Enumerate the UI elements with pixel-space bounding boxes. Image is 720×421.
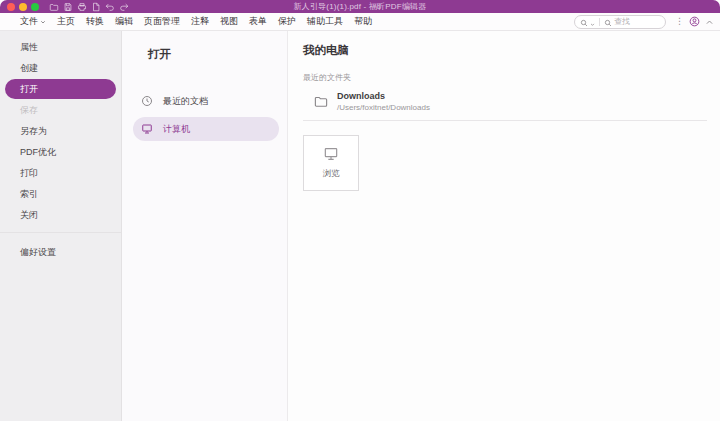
- open-location-list: 最近的文档 计算机: [122, 89, 287, 141]
- sidebar-item-print[interactable]: 打印: [0, 163, 121, 183]
- recent-folders-label: 最近的文件夹: [303, 72, 707, 83]
- menu-help[interactable]: 帮助: [354, 15, 372, 28]
- collapse-toolbar-icon[interactable]: [705, 13, 714, 31]
- separator-line: [303, 120, 707, 121]
- sidebar-divider: [0, 232, 121, 233]
- sidebar-item-create[interactable]: 创建: [0, 58, 121, 78]
- search-options-caret-icon[interactable]: [590, 13, 595, 31]
- close-window-button[interactable]: [7, 3, 15, 11]
- menu-form[interactable]: 表单: [249, 15, 267, 28]
- backstage-view: 属性 创建 打开 保存 另存为 PDF优化 打印 索引 关闭 偏好设置 打开 最…: [0, 31, 720, 421]
- menu-edit[interactable]: 编辑: [115, 15, 133, 28]
- sidebar-item-pdf-optimize[interactable]: PDF优化: [0, 142, 121, 162]
- folder-info: Downloads /Users/foxitnet/Downloads: [337, 91, 430, 112]
- chevron-down-icon: [40, 17, 46, 27]
- save-icon[interactable]: [63, 2, 73, 12]
- browse-button[interactable]: 浏览: [303, 135, 359, 191]
- backstage-sidebar: 属性 创建 打开 保存 另存为 PDF优化 打印 索引 关闭 偏好设置: [0, 31, 122, 421]
- sidebar-item-open[interactable]: 打开: [5, 79, 116, 99]
- menu-page-management[interactable]: 页面管理: [144, 15, 180, 28]
- open-panel: 打开 最近的文档 计算机: [122, 31, 288, 421]
- sidebar-item-close[interactable]: 关闭: [0, 205, 121, 225]
- list-item-computer[interactable]: 计算机: [133, 117, 279, 141]
- recent-folder-downloads[interactable]: Downloads /Users/foxitnet/Downloads: [303, 91, 707, 112]
- search-input[interactable]: 查找: [614, 16, 630, 27]
- app-window: 新人引导(1)(1).pdf - 福昕PDF编辑器 文件 主页 转换 编辑 页面…: [0, 0, 720, 421]
- traffic-lights: [0, 3, 39, 11]
- print-icon[interactable]: [77, 2, 87, 12]
- clock-icon: [141, 95, 153, 107]
- monitor-icon: [322, 146, 340, 162]
- sidebar-item-properties[interactable]: 属性: [0, 37, 121, 57]
- search-icon: [604, 13, 612, 31]
- undo-icon[interactable]: [105, 2, 115, 12]
- sidebar-item-save: 保存: [0, 100, 121, 120]
- menu-protect[interactable]: 保护: [278, 15, 296, 28]
- menubar-right: 查找 ⋮: [574, 13, 720, 31]
- menu-file[interactable]: 文件: [20, 15, 46, 28]
- folder-name: Downloads: [337, 91, 430, 101]
- quick-access-toolbar: [49, 2, 129, 12]
- redo-icon[interactable]: [119, 2, 129, 12]
- open-folder-icon[interactable]: [49, 2, 59, 12]
- account-icon[interactable]: [689, 13, 700, 31]
- computer-icon: [141, 123, 153, 135]
- my-computer-title: 我的电脑: [303, 43, 707, 58]
- folder-path: /Users/foxitnet/Downloads: [337, 103, 430, 112]
- zoom-window-button[interactable]: [31, 3, 39, 11]
- my-computer-panel: 我的电脑 最近的文件夹 Downloads /Users/foxitnet/Do…: [288, 31, 720, 421]
- menu-file-label: 文件: [20, 15, 38, 28]
- list-item-label: 最近的文档: [163, 95, 208, 108]
- menu-view[interactable]: 视图: [220, 15, 238, 28]
- new-document-icon[interactable]: [91, 2, 101, 12]
- open-panel-title: 打开: [122, 31, 287, 62]
- search-divider: [599, 18, 600, 26]
- search-box[interactable]: 查找: [574, 15, 666, 29]
- sidebar-item-preferences[interactable]: 偏好设置: [0, 242, 121, 262]
- sidebar-item-index[interactable]: 索引: [0, 184, 121, 204]
- menu-convert[interactable]: 转换: [86, 15, 104, 28]
- menu-comment[interactable]: 注释: [191, 15, 209, 28]
- list-item-recent-documents[interactable]: 最近的文档: [133, 89, 279, 113]
- menu-accessibility-tools[interactable]: 辅助工具: [307, 15, 343, 28]
- minimize-window-button[interactable]: [19, 3, 27, 11]
- menu-items: 文件 主页 转换 编辑 页面管理 注释 视图 表单 保护 辅助工具 帮助: [0, 15, 372, 28]
- titlebar: 新人引导(1)(1).pdf - 福昕PDF编辑器: [0, 0, 720, 13]
- browse-label: 浏览: [323, 168, 340, 180]
- sidebar-item-save-as[interactable]: 另存为: [0, 121, 121, 141]
- list-item-label: 计算机: [163, 123, 190, 136]
- menu-home[interactable]: 主页: [57, 15, 75, 28]
- folder-icon: [313, 94, 329, 109]
- search-options-icon[interactable]: [580, 13, 588, 31]
- menubar: 文件 主页 转换 编辑 页面管理 注释 视图 表单 保护 辅助工具 帮助 查找 …: [0, 13, 720, 31]
- more-options-icon[interactable]: ⋮: [675, 17, 684, 26]
